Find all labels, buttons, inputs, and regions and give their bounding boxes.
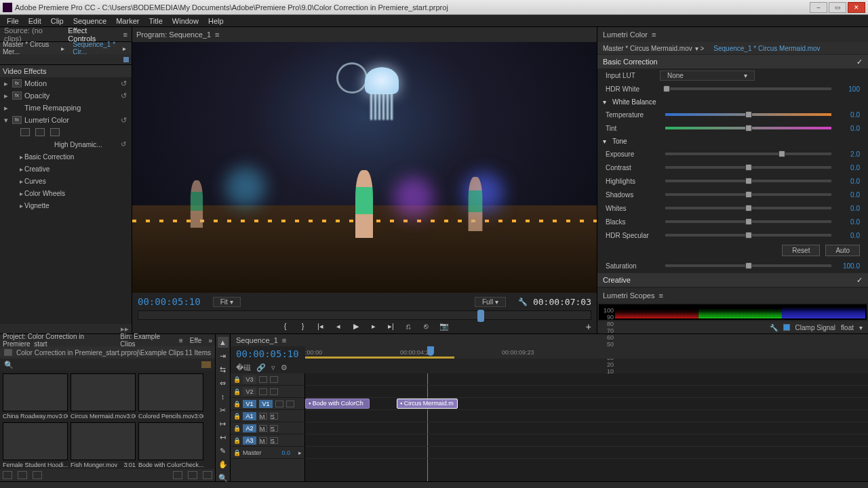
tab-bin[interactable]: Bin: Example Clips	[120, 333, 170, 348]
reset-icon[interactable]: ↺	[121, 79, 129, 87]
razor-tool-icon[interactable]: ✂	[218, 405, 229, 415]
solo-icon[interactable]: S	[270, 437, 278, 444]
tab-lumetri-scopes[interactable]: Lumetri Scopes	[603, 291, 654, 300]
go-to-in-icon[interactable]: |◂	[315, 322, 326, 331]
timeline-timecode[interactable]: 00:00:05:10	[236, 348, 299, 359]
blacks-value[interactable]: 0.0	[837, 218, 860, 226]
export-frame-icon[interactable]: 📷	[439, 322, 450, 331]
clamp-checkbox[interactable]	[783, 324, 790, 331]
linked-selection-icon[interactable]: 🔗	[256, 363, 266, 372]
clip-item[interactable]: Fish Monger.mov3:01	[71, 422, 136, 468]
mute-icon[interactable]: M	[259, 413, 267, 420]
selection-tool-icon[interactable]: ▲	[218, 337, 229, 348]
mask-ellipse-icon[interactable]	[20, 128, 30, 136]
exposure-value[interactable]: 2.0	[837, 150, 860, 158]
lumetri-basic-correction[interactable]: ▸Basic Correction	[0, 150, 132, 163]
menu-window[interactable]: Window	[168, 16, 203, 26]
ec-master-clip[interactable]: Master * Circus Mer...	[3, 41, 58, 56]
mute-icon[interactable]: M	[259, 437, 267, 444]
track-area[interactable]: ▪ Bode with ColorCh▪ Circus Mermaid.m	[305, 373, 868, 481]
ec-sequence-clip[interactable]: Sequence_1 * Cir...	[73, 41, 123, 56]
video-track-header[interactable]: 🔒V2	[231, 386, 304, 398]
effect-opacity[interactable]: ▸fxOpacity↺	[0, 89, 132, 102]
folder-icon[interactable]	[201, 361, 211, 368]
section-creative[interactable]: Creative✓	[597, 273, 868, 287]
audio-track-header[interactable]: 🔒A2MS	[231, 422, 304, 434]
clip-item[interactable]: China Roadway.mov3:00	[3, 373, 68, 420]
lumetri-vignette[interactable]: ▸Vignette	[0, 199, 132, 211]
settings-icon[interactable]: 🔧	[518, 298, 528, 306]
saturation-slider[interactable]	[665, 264, 831, 267]
step-back-icon[interactable]: ◂	[333, 322, 344, 331]
pen-tool-icon[interactable]: ✎	[218, 445, 229, 456]
video-track-header[interactable]: 🔒V3	[231, 373, 304, 386]
rolling-tool-icon[interactable]: ⇔	[218, 378, 229, 388]
reset-button[interactable]: Reset	[782, 245, 820, 256]
solo-icon[interactable]: S	[270, 425, 278, 432]
program-viewer[interactable]	[132, 42, 597, 293]
saturation-value[interactable]: 100.0	[837, 262, 860, 270]
video-track-header[interactable]: 🔒V1V1	[231, 398, 304, 410]
clip-item[interactable]: Bode with ColorCheck...3:01	[138, 422, 203, 468]
effect-time-remapping[interactable]: ▸fxTime Remapping	[0, 102, 132, 114]
toggle-output-icon[interactable]	[259, 388, 267, 395]
lock-icon[interactable]: 🔒	[233, 376, 240, 383]
lift-icon[interactable]: ⎌	[403, 322, 414, 331]
lumetri-seq[interactable]: Sequence_1 * Circus Mermaid.mov	[713, 45, 820, 52]
lock-icon[interactable]: 🔒	[233, 425, 240, 432]
tone-header[interactable]: Tone	[612, 138, 627, 145]
reset-icon[interactable]: ↺	[121, 116, 129, 124]
settings-icon[interactable]: ⚙	[281, 363, 288, 372]
effect-lumetri-color[interactable]: ▾fxLumetri Color↺	[0, 114, 132, 126]
shadows-slider[interactable]	[665, 193, 831, 196]
tab-effect-controls[interactable]: Effect Controls	[68, 26, 115, 43]
menu-help[interactable]: Help	[204, 16, 228, 26]
float-select[interactable]: float	[841, 324, 854, 331]
tint-slider[interactable]	[665, 127, 831, 129]
track-select-tool-icon[interactable]: ⇥	[218, 350, 229, 361]
whites-slider[interactable]	[665, 207, 831, 209]
lock-icon[interactable]: 🔒	[233, 437, 240, 444]
tab-source[interactable]: Source: (no clips)	[4, 26, 60, 43]
contrast-value[interactable]: 0.0	[837, 164, 860, 171]
highlights-slider[interactable]	[665, 180, 831, 182]
panel-menu-icon[interactable]: ≡	[282, 336, 286, 344]
play-icon[interactable]: ▸	[123, 45, 126, 52]
tint-value[interactable]: 0.0	[837, 125, 860, 132]
new-item-icon[interactable]	[188, 471, 197, 479]
tab-sequence[interactable]: Sequence_1	[236, 336, 278, 344]
toggle-output-icon[interactable]	[275, 401, 283, 407]
highlights-value[interactable]: 0.0	[837, 178, 860, 185]
lumetri-hdr[interactable]: High Dynamic...↺	[0, 138, 132, 150]
timeline-ruler[interactable]: :00:0000:00:04:2300:00:09:23	[305, 346, 868, 359]
work-area-bar[interactable]	[305, 357, 454, 359]
freeform-view-icon[interactable]	[33, 471, 42, 479]
checkmark-icon[interactable]: ✓	[856, 276, 863, 285]
slide-tool-icon[interactable]: ↤	[218, 432, 229, 443]
menu-edit[interactable]: Edit	[24, 16, 45, 26]
mask-rect-icon[interactable]	[35, 128, 45, 136]
section-basic-correction[interactable]: Basic Correction✓	[597, 55, 868, 68]
mute-icon[interactable]: M	[259, 425, 267, 432]
lock-icon[interactable]: 🔒	[233, 413, 240, 420]
reset-icon[interactable]: ↺	[121, 92, 129, 100]
temperature-value[interactable]: 0.0	[837, 111, 860, 119]
white-balance-header[interactable]: White Balance	[612, 98, 656, 106]
tab-program[interactable]: Program: Sequence_1	[136, 30, 211, 39]
contrast-slider[interactable]	[665, 166, 831, 169]
lock-icon[interactable]: 🔒	[233, 388, 240, 395]
search-icon[interactable]: 🔍	[4, 361, 12, 369]
slip-tool-icon[interactable]: ↦	[218, 418, 229, 429]
menu-sequence[interactable]: Sequence	[69, 16, 111, 26]
panel-menu-icon[interactable]: ≡	[215, 30, 219, 39]
play-icon[interactable]: ▶	[351, 322, 361, 331]
audio-track-header[interactable]: 🔒A3MS	[231, 434, 304, 447]
lumetri-creative[interactable]: ▸Creative	[0, 163, 132, 175]
panel-menu-icon[interactable]: ≡	[652, 30, 656, 39]
shadows-value[interactable]: 0.0	[837, 191, 860, 199]
rate-stretch-tool-icon[interactable]: ↕	[218, 391, 229, 402]
zoom-select[interactable]: Fit ▾	[213, 297, 241, 307]
tab-effects[interactable]: Effe	[190, 337, 202, 344]
scopes-display[interactable]: 1009080706050403020100	[599, 304, 867, 320]
button-editor-icon[interactable]: +	[586, 321, 591, 332]
